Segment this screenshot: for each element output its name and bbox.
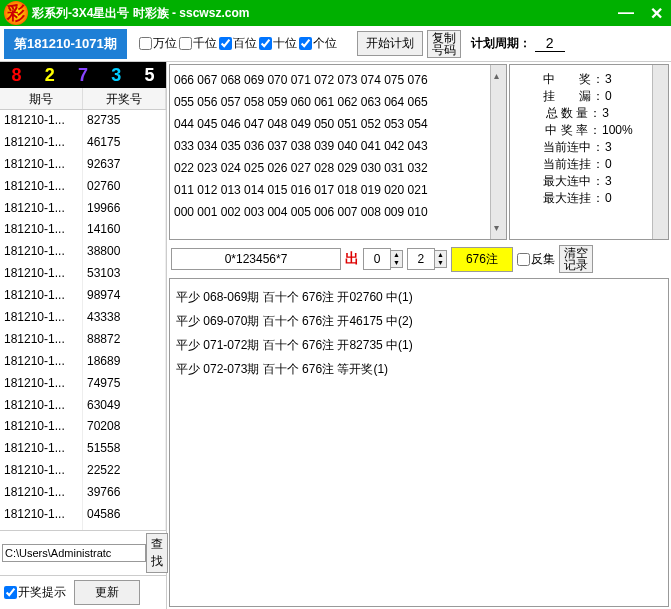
table-row[interactable]: 181210-1...38800 — [0, 241, 166, 263]
clear-log-button[interactable]: 清空 记录 — [559, 245, 593, 273]
digit-cell: 5 — [133, 62, 166, 88]
app-icon: 彩 — [4, 1, 28, 25]
digit-cell: 2 — [33, 62, 66, 88]
period-tab[interactable]: 第181210-1071期 — [4, 29, 127, 59]
digit-cell: 3 — [100, 62, 133, 88]
window-title: 彩系列-3X4星出号 时彩族 - sscwsz.com — [32, 5, 611, 22]
close-button[interactable]: ✕ — [641, 0, 671, 26]
plan-cycle-label: 计划周期： — [471, 35, 531, 52]
digit-check[interactable]: 万位 — [139, 35, 177, 52]
digit-check[interactable]: 十位 — [259, 35, 297, 52]
table-row[interactable]: 181210-1...63049 — [0, 395, 166, 417]
chu-label: 出 — [345, 250, 359, 268]
table-row[interactable]: 181210-1...22522 — [0, 460, 166, 482]
zhu-badge: 676注 — [451, 247, 513, 272]
right-panel: 066 067 068 069 070 071 072 073 074 075 … — [167, 62, 671, 609]
table-row[interactable]: 181210-1...23084 — [0, 526, 166, 530]
digit-check[interactable]: 千位 — [179, 35, 217, 52]
stat-row: 当前连中：3 — [514, 139, 664, 156]
digit-cell: 8 — [0, 62, 33, 88]
table-row[interactable]: 181210-1...02760 — [0, 176, 166, 198]
log-line: 平少 072-073期 百十个 676注 等开奖(1) — [176, 357, 662, 381]
number-grid[interactable]: 066 067 068 069 070 071 072 073 074 075 … — [169, 64, 507, 240]
table-row[interactable]: 181210-1...46175 — [0, 132, 166, 154]
table-row[interactable]: 181210-1...43338 — [0, 307, 166, 329]
table-row[interactable]: 181210-1...04586 — [0, 504, 166, 526]
table-row[interactable]: 181210-1...92637 — [0, 154, 166, 176]
table-row[interactable]: 181210-1...51558 — [0, 438, 166, 460]
copy-code-button[interactable]: 复制 号码 — [427, 30, 461, 58]
stat-row: 中 奖：3 — [514, 71, 664, 88]
digit-cell: 7 — [66, 62, 99, 88]
pattern-input[interactable] — [171, 248, 341, 270]
log-line: 平少 068-069期 百十个 676注 开02760 中(1) — [176, 285, 662, 309]
stat-row: 中 奖 率：100% — [514, 122, 664, 139]
start-plan-button[interactable]: 开始计划 — [357, 31, 423, 56]
table-row[interactable]: 181210-1...39766 — [0, 482, 166, 504]
bottom-row: 开奖提示 更新 — [0, 575, 166, 609]
digit-position-checks: 万位千位百位十位个位 — [139, 35, 337, 52]
scrollbar[interactable] — [652, 65, 668, 239]
log-line: 平少 071-072期 百十个 676注 开82735 中(1) — [176, 333, 662, 357]
toolbar: 第181210-1071期 万位千位百位十位个位 开始计划 复制 号码 计划周期… — [0, 26, 671, 62]
path-row: 查找 — [0, 530, 166, 575]
results-table: 期号开奖号 181210-1...82735181210-1...4617518… — [0, 88, 166, 530]
stat-row: 总 数 量：3 — [514, 105, 664, 122]
period-span-spinner[interactable]: ▲▼ — [407, 248, 447, 270]
plan-cycle: 计划周期： — [471, 35, 565, 52]
find-button[interactable]: 查找 — [146, 533, 168, 573]
log-panel[interactable]: 平少 068-069期 百十个 676注 开02760 中(1)平少 069-0… — [169, 278, 669, 607]
left-panel: 82735 期号开奖号 181210-1...82735181210-1...4… — [0, 62, 167, 609]
stat-row: 最大连挂：0 — [514, 190, 664, 207]
stat-row: 最大连中：3 — [514, 173, 664, 190]
stats-panel: 中 奖：3挂 漏：0总 数 量：3中 奖 率：100%当前连中：3当前连挂：0最… — [509, 64, 669, 240]
table-row[interactable]: 181210-1...98974 — [0, 285, 166, 307]
refresh-button[interactable]: 更新 — [74, 580, 140, 605]
digit-check[interactable]: 百位 — [219, 35, 257, 52]
table-row[interactable]: 181210-1...70208 — [0, 416, 166, 438]
table-row[interactable]: 181210-1...14160 — [0, 219, 166, 241]
col-header[interactable]: 开奖号 — [83, 88, 166, 109]
title-bar: 彩 彩系列-3X4星出号 时彩族 - sscwsz.com — ✕ — [0, 0, 671, 26]
digit-strip: 82735 — [0, 62, 166, 88]
table-row[interactable]: 181210-1...19966 — [0, 198, 166, 220]
path-input[interactable] — [2, 544, 146, 562]
stat-row: 挂 漏：0 — [514, 88, 664, 105]
scrollbar[interactable] — [490, 65, 506, 239]
out-count-spinner[interactable]: ▲▼ — [363, 248, 403, 270]
fanji-checkbox[interactable]: 反集 — [517, 251, 555, 268]
table-row[interactable]: 181210-1...18689 — [0, 351, 166, 373]
minimize-button[interactable]: — — [611, 0, 641, 26]
log-line: 平少 069-070期 百十个 676注 开46175 中(2) — [176, 309, 662, 333]
draw-tip-checkbox[interactable]: 开奖提示 — [4, 584, 66, 601]
stat-row: 当前连挂：0 — [514, 156, 664, 173]
table-row[interactable]: 181210-1...88872 — [0, 329, 166, 351]
mid-bar: 出 ▲▼ ▲▼ 676注 反集 清空 记录 — [167, 242, 671, 276]
plan-cycle-input[interactable] — [535, 35, 565, 52]
table-row[interactable]: 181210-1...82735 — [0, 110, 166, 132]
table-row[interactable]: 181210-1...53103 — [0, 263, 166, 285]
table-row[interactable]: 181210-1...74975 — [0, 373, 166, 395]
digit-check[interactable]: 个位 — [299, 35, 337, 52]
col-header[interactable]: 期号 — [0, 88, 83, 109]
